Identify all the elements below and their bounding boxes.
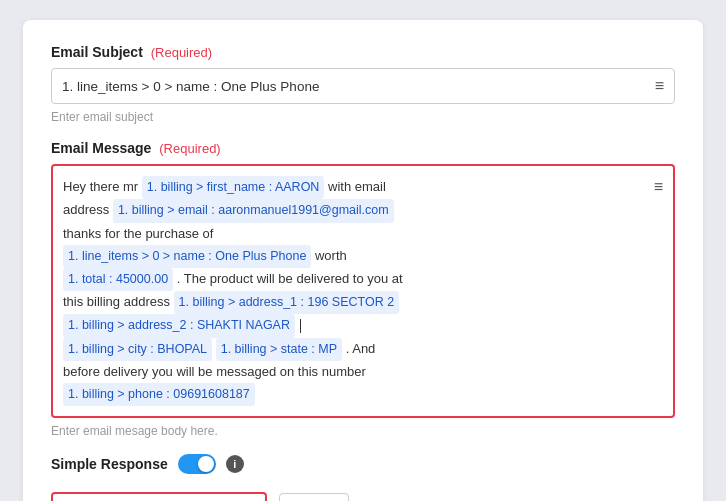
- msg-delivered: . The product will be delivered to you a…: [177, 271, 403, 286]
- save-send-button[interactable]: Save & Send Test Request: [51, 492, 267, 501]
- toggle-thumb: [198, 456, 214, 472]
- email-message-input[interactable]: Hey there mr 1. billing > first_name : A…: [51, 164, 675, 418]
- msg-thanks: thanks for the purchase of: [63, 226, 213, 241]
- tag-total: 1. total : 45000.00: [63, 268, 173, 291]
- tag-phone: 1. billing > phone : 09691608187: [63, 383, 255, 406]
- subject-helper: Enter email subject: [51, 110, 675, 124]
- tag-product: 1. line_items > 0 > name : One Plus Phon…: [63, 245, 311, 268]
- tag-city: 1. billing > city : BHOPAL: [63, 338, 212, 361]
- email-message-section: Email Message (Required) Hey there mr 1.…: [51, 140, 675, 438]
- email-subject-input[interactable]: 1. line_items > 0 > name : One Plus Phon…: [51, 68, 675, 104]
- message-helper: Enter email mesage body here.: [51, 424, 675, 438]
- msg-worth: worth: [315, 248, 347, 263]
- message-menu-icon[interactable]: ≡: [654, 178, 663, 196]
- simple-response-toggle[interactable]: [178, 454, 216, 474]
- msg-with-email: with email: [328, 179, 386, 194]
- form-card: Email Subject (Required) 1. line_items >…: [23, 20, 703, 501]
- subject-menu-icon[interactable]: ≡: [655, 77, 664, 95]
- msg-hey: Hey there mr: [63, 179, 142, 194]
- info-icon[interactable]: i: [226, 455, 244, 473]
- subject-value: 1. line_items > 0 > name : One Plus Phon…: [62, 79, 647, 94]
- message-required: (Required): [159, 141, 220, 156]
- email-subject-label: Email Subject (Required): [51, 44, 675, 60]
- tag-first-name: 1. billing > first_name : AARON: [142, 176, 325, 199]
- tag-address1: 1. billing > address_1 : 196 SECTOR 2: [174, 291, 400, 314]
- msg-and: . And: [346, 341, 376, 356]
- msg-before-delivery: before delivery you will be messaged on …: [63, 364, 366, 379]
- msg-billing-addr: this billing address: [63, 294, 170, 309]
- email-message-label: Email Message (Required): [51, 140, 675, 156]
- msg-address: address: [63, 202, 113, 217]
- tag-email: 1. billing > email : aaronmanuel1991@gma…: [113, 199, 394, 222]
- message-body: Hey there mr 1. billing > first_name : A…: [63, 176, 646, 406]
- text-cursor: [300, 319, 301, 333]
- buttons-row: Save & Send Test Request Save: [51, 492, 675, 501]
- simple-response-row: Simple Response i: [51, 454, 675, 474]
- tag-state: 1. billing > state : MP: [216, 338, 342, 361]
- simple-response-label: Simple Response: [51, 456, 168, 472]
- save-button[interactable]: Save: [279, 493, 349, 501]
- tag-address2: 1. billing > address_2 : SHAKTI NAGAR: [63, 314, 295, 337]
- subject-required: (Required): [151, 45, 212, 60]
